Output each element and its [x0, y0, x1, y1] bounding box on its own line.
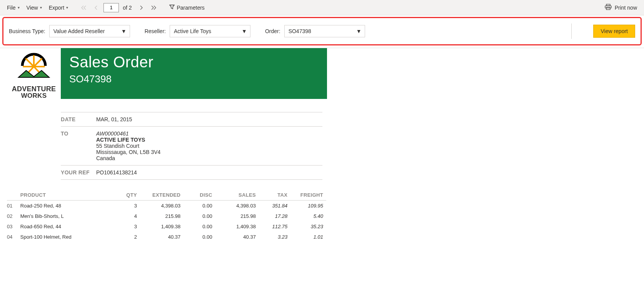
row-qty: 4	[116, 211, 140, 221]
row-disc: 0.00	[184, 201, 215, 211]
table-row: 02Men's Bib-Shorts, L4215.980.00215.9817…	[7, 211, 326, 221]
row-extended: 40.37	[140, 232, 184, 242]
chevron-down-icon: ▾	[40, 5, 42, 10]
date-value: MAR, 01, 2015	[96, 116, 132, 122]
order-value: SO47398	[289, 28, 311, 34]
row-disc: 0.00	[184, 232, 215, 242]
row-index: 03	[7, 221, 17, 232]
order-label: Order:	[265, 28, 280, 34]
view-label: View	[27, 5, 38, 11]
file-menu[interactable]: File ▾	[5, 3, 22, 12]
view-report-button[interactable]: View report	[593, 25, 635, 38]
col-extended: EXTENDED	[140, 190, 184, 201]
report-toolbar: File ▾ View ▾ Export ▾ of 2 Parameters P…	[0, 0, 644, 15]
row-freight: 5.40	[290, 211, 326, 221]
row-extended: 4,398.03	[140, 201, 184, 211]
filter-icon	[169, 4, 175, 11]
export-label: Export	[49, 5, 64, 11]
last-page-button[interactable]	[148, 3, 158, 13]
meta-ref-row: YOUR REF PO10614138214	[61, 166, 322, 180]
row-freight: 35.23	[290, 221, 326, 232]
row-qty: 3	[116, 221, 140, 232]
print-label: Print now	[615, 5, 637, 11]
parameters-button[interactable]: Parameters	[167, 3, 207, 12]
row-product: Sport-100 Helmet, Red	[17, 232, 116, 242]
row-product: Men's Bib-Shorts, L	[17, 211, 116, 221]
reseller-label: Reseller:	[145, 28, 166, 34]
chevron-down-icon: ▾	[18, 5, 20, 10]
file-label: File	[7, 5, 16, 11]
to-name: ACTIVE LIFE TOYS	[96, 137, 160, 143]
to-label: TO	[61, 130, 96, 137]
logo-text-bottom: WORKS	[12, 92, 56, 99]
col-disc: DISC	[184, 190, 215, 201]
row-index: 02	[7, 211, 17, 221]
row-disc: 0.00	[184, 221, 215, 232]
row-disc: 0.00	[184, 211, 215, 221]
caret-down-icon: ▼	[242, 28, 247, 34]
col-sales: SALES	[215, 190, 259, 201]
prev-page-button[interactable]	[91, 3, 101, 13]
reseller-value: Active Life Toys	[174, 28, 211, 34]
logo-text-top: ADVENTURE	[12, 85, 56, 93]
report-viewport[interactable]: ADVENTURE WORKS Sales Order SO47398 DATE…	[0, 48, 644, 284]
caret-down-icon: ▼	[356, 28, 362, 34]
ref-label: YOUR REF	[61, 169, 96, 176]
report-order-number: SO47398	[69, 73, 319, 85]
row-index: 04	[7, 232, 17, 242]
report-page: ADVENTURE WORKS Sales Order SO47398 DATE…	[0, 48, 327, 254]
row-freight: 109.95	[290, 201, 326, 211]
row-sales: 4,398.03	[215, 201, 259, 211]
to-code: AW00000461	[96, 130, 160, 137]
date-label: DATE	[61, 116, 96, 122]
divider	[571, 23, 572, 39]
svg-rect-0	[606, 4, 610, 6]
row-product: Road-650 Red, 44	[17, 221, 116, 232]
row-qty: 2	[116, 232, 140, 242]
print-icon	[605, 4, 612, 11]
table-row: 01Road-250 Red, 4834,398.030.004,398.033…	[7, 201, 326, 211]
table-row: 03Road-650 Red, 4431,409.380.001,409.381…	[7, 221, 326, 232]
svg-line-4	[34, 59, 42, 67]
row-sales: 215.98	[215, 211, 259, 221]
to-country: Canada	[96, 155, 160, 161]
table-row: 04Sport-100 Helmet, Red240.370.0040.373.…	[7, 232, 326, 242]
svg-rect-2	[606, 7, 610, 10]
export-menu[interactable]: Export ▾	[47, 3, 70, 12]
print-now-button[interactable]: Print now	[605, 4, 639, 11]
meta-to-row: TO AW00000461 ACTIVE LIFE TOYS 55 Standi…	[61, 127, 322, 166]
report-title: Sales Order	[69, 54, 319, 71]
meta-date-row: DATE MAR, 01, 2015	[61, 112, 322, 127]
view-menu[interactable]: View ▾	[24, 3, 44, 12]
parameters-label: Parameters	[177, 5, 204, 11]
business-type-dropdown[interactable]: Value Added Reseller ▼	[49, 25, 130, 37]
col-qty: QTY	[116, 190, 140, 201]
row-tax: 351.84	[259, 201, 290, 211]
business-type-value: Value Added Reseller	[53, 28, 105, 34]
col-product: PRODUCT	[17, 190, 116, 201]
adventure-works-logo: ADVENTURE WORKS	[7, 48, 61, 99]
row-product: Road-250 Red, 48	[17, 201, 116, 211]
to-addr1: 55 Standish Court	[96, 143, 160, 149]
business-type-label: Business Type:	[9, 28, 45, 34]
to-addr2: Mississauga, ON, L5B 3V4	[96, 149, 160, 155]
next-page-button[interactable]	[136, 3, 146, 13]
param-order: Order: SO47398 ▼	[265, 25, 365, 37]
reseller-dropdown[interactable]: Active Life Toys ▼	[170, 25, 250, 37]
chevron-down-icon: ▾	[66, 5, 68, 10]
page-number-input[interactable]	[103, 3, 119, 12]
ref-value: PO10614138214	[96, 169, 137, 176]
row-freight: 1.01	[290, 232, 326, 242]
row-sales: 1,409.38	[215, 221, 259, 232]
row-sales: 40.37	[215, 232, 259, 242]
row-extended: 215.98	[140, 211, 184, 221]
param-reseller: Reseller: Active Life Toys ▼	[145, 25, 250, 37]
row-tax: 112.75	[259, 221, 290, 232]
col-freight: FREIGHT	[290, 190, 326, 201]
col-tax: TAX	[259, 190, 290, 201]
first-page-button[interactable]	[79, 3, 89, 13]
row-tax: 17.28	[259, 211, 290, 221]
page-total: of 2	[123, 5, 132, 11]
order-dropdown[interactable]: SO47398 ▼	[284, 25, 365, 37]
svg-line-5	[26, 59, 34, 67]
